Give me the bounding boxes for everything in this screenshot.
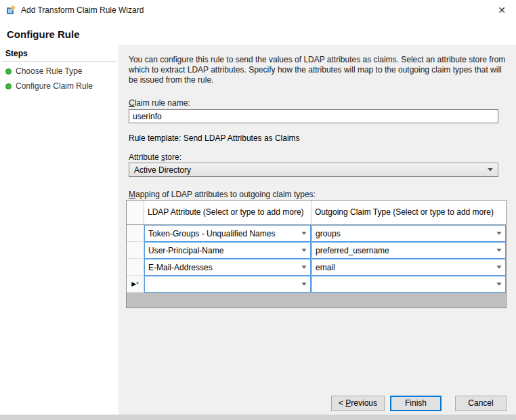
- claim-rule-name-label: Claim rule name:: [129, 98, 190, 108]
- ldap-attribute-value: Token-Groups - Unqualified Names: [148, 229, 275, 238]
- description-text: You can configure this rule to send the …: [129, 55, 509, 85]
- ldap-attribute-value: User-Principal-Name: [148, 246, 223, 255]
- outgoing-claim-value: preferred_username: [316, 246, 389, 255]
- outgoing-claim-column-header: Outgoing Claim Type (Select or type to a…: [311, 201, 506, 224]
- label-rest: laim rule name:: [135, 98, 190, 108]
- table-row: User-Principal-Name preferred_username: [127, 242, 506, 259]
- chevron-down-icon: [496, 232, 501, 235]
- chevron-down-icon: [301, 232, 306, 235]
- dialog-buttons: < Previous Finish Cancel: [331, 396, 507, 411]
- sidebar-item-choose-rule-type[interactable]: Choose Rule Type: [5, 66, 83, 77]
- grid-empty-area: [127, 293, 506, 308]
- row-selector[interactable]: [127, 259, 144, 276]
- label-accel: C: [129, 98, 135, 108]
- mapping-label: Mapping of LDAP attributes to outgoing c…: [129, 190, 316, 199]
- label-pre: Attribute: [129, 152, 161, 162]
- outgoing-claim-cell: groups: [311, 225, 506, 242]
- outgoing-claim-combo[interactable]: groups: [311, 225, 506, 242]
- ldap-attribute-cell: [144, 276, 311, 293]
- mapping-table: LDAP Attribute (Select or type to add mo…: [126, 200, 507, 308]
- wizard-icon: [6, 5, 17, 16]
- chevron-down-icon: [301, 266, 306, 269]
- btn-rest: revious: [351, 398, 377, 408]
- previous-button[interactable]: < Previous: [331, 396, 385, 411]
- outgoing-claim-combo[interactable]: preferred_username: [311, 242, 506, 259]
- steps-sidebar: Steps Choose Rule Type Configure Claim R…: [0, 45, 119, 415]
- ldap-attribute-cell: E-Mail-Addresses: [144, 259, 311, 276]
- sidebar-item-configure-claim-rule[interactable]: Configure Claim Rule: [5, 81, 93, 91]
- chevron-down-icon: [301, 282, 306, 286]
- label-rest: tore:: [165, 152, 181, 162]
- rule-template-text: Rule template: Send LDAP Attributes as C…: [129, 133, 300, 143]
- step-label: Configure Claim Rule: [16, 81, 93, 91]
- table-header-row: LDAP Attribute (Select or type to add mo…: [127, 201, 506, 225]
- step-complete-icon: [5, 83, 12, 89]
- attribute-store-value: Active Directory: [134, 165, 191, 175]
- outgoing-claim-cell: email: [311, 259, 506, 276]
- outgoing-claim-value: groups: [316, 229, 341, 238]
- chevron-down-icon: [496, 282, 501, 286]
- chevron-down-icon: [496, 249, 501, 252]
- attribute-store-label: Attribute store:: [129, 152, 181, 162]
- ldap-attribute-combo[interactable]: E-Mail-Addresses: [144, 259, 311, 276]
- ldap-attribute-cell: Token-Groups - Unqualified Names: [144, 225, 311, 242]
- ldap-attribute-combo[interactable]: Token-Groups - Unqualified Names: [144, 225, 311, 242]
- ldap-attribute-combo[interactable]: User-Principal-Name: [144, 242, 311, 259]
- steps-header: Steps: [5, 49, 28, 58]
- titlebar: Add Transform Claim Rule Wizard ✕: [0, 0, 516, 20]
- outgoing-claim-cell: [311, 276, 506, 293]
- new-row-indicator[interactable]: ▶*: [127, 276, 144, 293]
- claim-rule-name-input[interactable]: [129, 109, 498, 123]
- ldap-attribute-value: E-Mail-Addresses: [148, 263, 213, 272]
- page-title: Configure Rule: [7, 28, 80, 40]
- row-selector[interactable]: [127, 225, 144, 242]
- btn-pre: <: [339, 398, 345, 408]
- table-row: E-Mail-Addresses email: [127, 259, 506, 276]
- label-rest: apping of LDAP attributes to outgoing cl…: [135, 190, 316, 199]
- cancel-button[interactable]: Cancel: [455, 396, 507, 411]
- chevron-down-icon: [496, 266, 501, 269]
- attribute-store-dropdown[interactable]: Active Directory: [129, 163, 498, 177]
- step-complete-icon: [5, 68, 12, 75]
- row-selector[interactable]: [127, 242, 144, 259]
- window-bottom-edge: [0, 415, 516, 420]
- content-panel: You can configure this rule to send the …: [119, 45, 516, 415]
- ldap-attribute-cell: User-Principal-Name: [144, 242, 311, 259]
- chevron-down-icon: [301, 249, 306, 252]
- outgoing-claim-combo-empty[interactable]: [311, 276, 506, 293]
- table-row: Token-Groups - Unqualified Names groups: [127, 225, 506, 242]
- outgoing-claim-value: email: [316, 263, 335, 272]
- outgoing-claim-combo[interactable]: email: [311, 259, 506, 276]
- finish-button[interactable]: Finish: [390, 396, 442, 411]
- row-selector-header: [127, 201, 144, 224]
- outgoing-claim-cell: preferred_username: [311, 242, 506, 259]
- table-new-row: ▶*: [127, 276, 506, 293]
- close-icon[interactable]: ✕: [496, 4, 508, 16]
- steps-separator: [2, 61, 116, 62]
- ldap-attribute-column-header: LDAP Attribute (Select or type to add mo…: [144, 201, 311, 224]
- chevron-down-icon: [488, 168, 493, 171]
- ldap-attribute-combo-empty[interactable]: [144, 276, 311, 293]
- label-accel: M: [129, 190, 135, 199]
- step-label: Choose Rule Type: [16, 66, 83, 76]
- window-title: Add Transform Claim Rule Wizard: [21, 5, 144, 15]
